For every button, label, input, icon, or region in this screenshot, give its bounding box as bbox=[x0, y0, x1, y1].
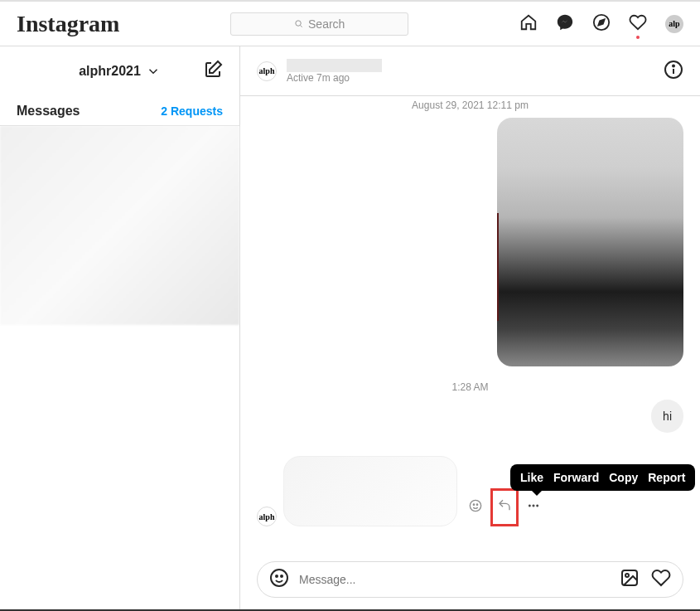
emoji-react-button[interactable] bbox=[469, 499, 482, 516]
message-row-outgoing: hi bbox=[257, 400, 683, 433]
new-message-button[interactable] bbox=[203, 60, 223, 83]
account-switcher[interactable]: alphr2021 bbox=[79, 64, 161, 79]
message-input[interactable] bbox=[299, 573, 610, 586]
svg-point-14 bbox=[276, 575, 278, 577]
message-row-outgoing bbox=[257, 118, 683, 366]
messenger-icon[interactable] bbox=[556, 13, 574, 35]
chevron-down-icon bbox=[146, 64, 161, 79]
chat-status: Active 7m ago bbox=[287, 72, 654, 84]
svg-point-7 bbox=[470, 500, 480, 511]
chat-header: alph Active 7m ago bbox=[240, 46, 700, 96]
svg-point-8 bbox=[473, 504, 474, 505]
sidebar-username: alphr2021 bbox=[79, 64, 141, 79]
svg-point-9 bbox=[476, 504, 477, 505]
sidebar-tabs: Messages 2 Requests bbox=[0, 96, 239, 126]
chat-body: August 29, 2021 12:11 pm 1:28 AM hi alph bbox=[240, 96, 700, 548]
tooltip-copy[interactable]: Copy bbox=[609, 471, 638, 484]
thread-list-item[interactable] bbox=[0, 126, 239, 325]
svg-point-0 bbox=[296, 21, 301, 26]
tab-messages[interactable]: Messages bbox=[17, 104, 80, 119]
main-layout: alphr2021 Messages 2 Requests alph Activ… bbox=[0, 46, 700, 611]
message-actions: Like Forward Copy Report bbox=[469, 488, 540, 526]
sidebar-header: alphr2021 bbox=[0, 46, 239, 96]
shared-post[interactable] bbox=[497, 118, 683, 366]
info-button[interactable] bbox=[664, 60, 683, 83]
message-bubble[interactable] bbox=[283, 456, 457, 526]
composer-actions bbox=[620, 568, 671, 591]
svg-marker-3 bbox=[598, 19, 604, 25]
composer-inner bbox=[257, 561, 683, 598]
emoji-button[interactable] bbox=[269, 568, 289, 591]
message-row-incoming: alph Like Forward Copy bbox=[257, 456, 683, 526]
message-options-tooltip: Like Forward Copy Report bbox=[510, 464, 695, 491]
svg-point-12 bbox=[536, 505, 538, 507]
chat-user-info[interactable]: Active 7m ago bbox=[287, 59, 654, 84]
message-bubble[interactable]: hi bbox=[651, 400, 683, 433]
reply-button[interactable] bbox=[490, 488, 519, 526]
composer bbox=[240, 548, 700, 611]
notification-dot bbox=[636, 36, 640, 39]
svg-point-15 bbox=[281, 575, 282, 577]
top-nav: Instagram Search alp bbox=[0, 2, 700, 46]
more-options-button[interactable]: Like Forward Copy Report bbox=[527, 499, 540, 516]
message-avatar[interactable]: alph bbox=[257, 507, 277, 526]
svg-point-6 bbox=[673, 65, 674, 66]
svg-line-1 bbox=[301, 26, 302, 27]
tab-requests[interactable]: 2 Requests bbox=[161, 104, 223, 118]
svg-point-11 bbox=[533, 505, 535, 507]
photo-button[interactable] bbox=[620, 568, 640, 591]
date-separator: August 29, 2021 12:11 pm bbox=[257, 99, 683, 111]
tooltip-forward[interactable]: Forward bbox=[553, 471, 599, 484]
sidebar: alphr2021 Messages 2 Requests bbox=[0, 46, 240, 611]
svg-point-10 bbox=[529, 505, 531, 507]
explore-icon[interactable] bbox=[592, 13, 611, 35]
search-wrap: Search bbox=[136, 12, 503, 36]
search-input[interactable]: Search bbox=[230, 12, 408, 36]
time-separator: 1:28 AM bbox=[257, 381, 683, 393]
chat-username bbox=[287, 59, 382, 72]
svg-point-17 bbox=[625, 574, 629, 577]
profile-avatar[interactable]: alp bbox=[665, 15, 683, 33]
shared-post-accent bbox=[497, 213, 499, 321]
like-button[interactable] bbox=[651, 568, 671, 591]
activity-icon[interactable] bbox=[629, 13, 647, 35]
chat-pane: alph Active 7m ago August 29, 2021 12:11… bbox=[240, 46, 700, 611]
svg-point-13 bbox=[271, 570, 287, 586]
tooltip-like[interactable]: Like bbox=[520, 471, 543, 484]
instagram-logo[interactable]: Instagram bbox=[17, 11, 119, 37]
search-icon bbox=[294, 19, 303, 28]
chat-header-avatar[interactable]: alph bbox=[257, 61, 277, 81]
tooltip-report[interactable]: Report bbox=[648, 471, 685, 484]
search-placeholder: Search bbox=[308, 17, 345, 31]
home-icon[interactable] bbox=[519, 13, 538, 35]
nav-icons: alp bbox=[519, 13, 683, 35]
